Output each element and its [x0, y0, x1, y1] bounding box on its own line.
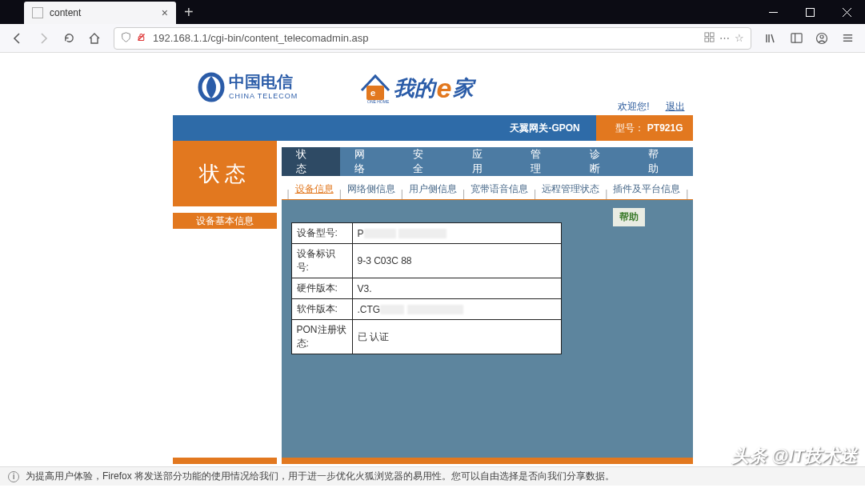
svg-text:ONE HOME: ONE HOME [367, 99, 390, 104]
home-e: e [437, 73, 452, 104]
svg-rect-6 [705, 32, 709, 36]
table-row: 硬件版本: V3. [291, 278, 561, 299]
section-title: 状态 [173, 141, 277, 206]
watermark-text: 头条 @IT技术迷 [731, 444, 857, 468]
home-suffix: 家 [453, 74, 474, 102]
ct-cn-text: 中国电信 [229, 73, 293, 90]
account-icon[interactable] [811, 27, 833, 50]
svg-text:e: e [370, 88, 375, 98]
header-logos: 中国电信 CHINA TELECOM e ONE HOME 我的 e 家 欢迎您… [173, 61, 693, 115]
new-tab-button[interactable]: + [176, 0, 202, 24]
subtab-plugin-info[interactable]: 插件及平台信息 [608, 179, 685, 199]
model-bar: 天翼网关-GPON 型号：PT921G [173, 115, 693, 141]
tab-application[interactable]: 应 用 [458, 147, 516, 176]
tab-network[interactable]: 网 络 [340, 147, 398, 176]
sub-nav: | 设备信息| 网络侧信息| 用户侧信息| 宽带语音信息| 远程管理状态| 插件… [282, 176, 693, 200]
table-row: 设备型号:P [291, 223, 561, 244]
forward-button[interactable] [32, 27, 54, 50]
subtab-network-info[interactable]: 网络侧信息 [342, 179, 400, 199]
minimize-button[interactable] [755, 0, 791, 24]
url-text: 192.168.1.1/cgi-bin/content_telecomadmin… [153, 32, 699, 44]
more-icon[interactable]: ⋯ [719, 32, 730, 44]
menu-icon[interactable] [836, 27, 859, 50]
gateway-label: 天翼网关-GPON [510, 122, 595, 135]
insecure-icon [136, 32, 146, 45]
back-button[interactable] [6, 27, 29, 50]
welcome-text: 欢迎您! [618, 101, 649, 112]
maximize-button[interactable] [791, 0, 828, 24]
home-text: 我的 [394, 74, 435, 102]
subsection-title: 设备基本信息 [173, 213, 277, 229]
browser-toolbar: 192.168.1.1/cgi-bin/content_telecomadmin… [0, 24, 865, 53]
subtab-voice-info[interactable]: 宽带语音信息 [466, 179, 533, 199]
china-telecom-logo: 中国电信 CHINA TELECOM [197, 70, 317, 106]
device-info-table: 设备型号:P 设备标识号: 9-3 C03C 88 硬件版本: V3. 软件版本… [291, 222, 562, 354]
reader-icon[interactable] [704, 32, 715, 45]
library-icon[interactable] [759, 27, 782, 50]
table-row: PON注册状态: 已 认证 [291, 320, 561, 354]
title-bar: content × + [0, 0, 865, 24]
subtab-remote-status[interactable]: 远程管理状态 [537, 179, 604, 199]
main-nav: 状 态 网 络 安 全 应 用 管 理 诊 断 帮 助 [282, 141, 693, 176]
tab-status[interactable]: 状 态 [282, 147, 340, 176]
tab-favicon-icon [32, 7, 43, 18]
tab-title: content [50, 7, 162, 18]
ct-en-text: CHINA TELECOM [229, 92, 298, 100]
svg-rect-7 [710, 32, 714, 36]
home-button[interactable] [83, 27, 106, 50]
logout-link[interactable]: 退出 [666, 101, 685, 112]
table-row: 设备标识号: 9-3 C03C 88 [291, 244, 561, 278]
content-panel: 帮助 设备型号:P 设备标识号: 9-3 C03C 88 硬件版本: V3. 软… [282, 200, 693, 458]
tab-diagnosis[interactable]: 诊 断 [575, 147, 634, 176]
svg-line-12 [771, 34, 774, 42]
ehome-logo: e ONE HOME 我的 e 家 [357, 70, 501, 106]
page-content: 中国电信 CHINA TELECOM e ONE HOME 我的 e 家 欢迎您… [0, 53, 865, 486]
svg-rect-13 [791, 34, 801, 42]
address-bar[interactable]: 192.168.1.1/cgi-bin/content_telecomadmin… [114, 27, 751, 50]
tab-help[interactable]: 帮 助 [634, 147, 692, 176]
sidebar-icon[interactable] [785, 27, 807, 50]
close-tab-icon[interactable]: × [162, 6, 168, 19]
subtab-device-info[interactable]: 设备信息 [290, 179, 338, 199]
tab-management[interactable]: 管 理 [516, 147, 575, 176]
bookmark-icon[interactable]: ☆ [735, 32, 744, 44]
svg-rect-8 [705, 38, 709, 42]
help-sidebar[interactable]: 帮助 [613, 208, 645, 226]
svg-point-16 [820, 35, 823, 38]
svg-rect-1 [806, 8, 814, 16]
subtab-user-info[interactable]: 用户侧信息 [404, 179, 462, 199]
tab-security[interactable]: 安 全 [398, 147, 457, 176]
close-window-button[interactable] [828, 0, 865, 24]
table-row: 软件版本: .CTG [291, 299, 561, 320]
model-label: 型号：PT921G [606, 115, 693, 141]
shield-icon [121, 32, 131, 45]
info-icon: i [8, 471, 19, 482]
browser-tab[interactable]: content × [24, 2, 176, 24]
browser-info-bar: i 为提高用户体验，Firefox 将发送部分功能的使用情况给我们，用于进一步优… [0, 466, 865, 486]
reload-button[interactable] [58, 27, 80, 50]
svg-rect-9 [710, 38, 714, 42]
info-bar-text: 为提高用户体验，Firefox 将发送部分功能的使用情况给我们，用于进一步优化火… [26, 470, 615, 483]
